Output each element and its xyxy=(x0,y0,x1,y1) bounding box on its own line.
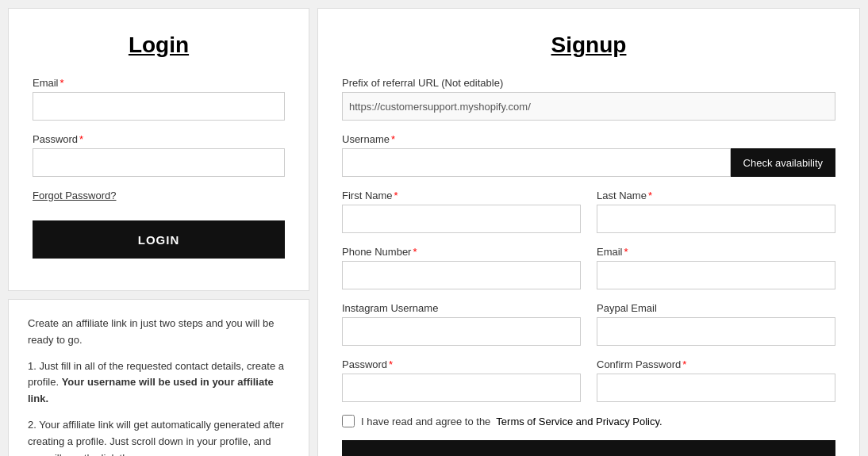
email-required: * xyxy=(60,77,64,89)
signup-password-label: Password* xyxy=(342,358,581,370)
email-label: Email* xyxy=(33,77,285,89)
phone-group: Phone Number* xyxy=(342,246,581,289)
page-wrapper: Login Email* Password* Forgot Password? … xyxy=(0,0,868,456)
username-group: Username* Check availability xyxy=(342,133,835,177)
tos-link[interactable]: Terms of Service and Privacy Policy. xyxy=(496,416,662,427)
instagram-input[interactable] xyxy=(342,317,581,346)
signup-password-required: * xyxy=(389,358,393,370)
prefix-url-label: Prefix of referral URL (Not editable) xyxy=(342,77,835,89)
confirm-password-input[interactable] xyxy=(597,374,835,402)
last-name-group: Last Name* xyxy=(597,190,835,233)
last-name-input[interactable] xyxy=(597,205,835,233)
password-label: Password* xyxy=(33,133,285,145)
login-title: Login xyxy=(33,33,285,58)
phone-required: * xyxy=(413,246,417,258)
email-signup-label: Email* xyxy=(597,246,835,258)
username-label: Username* xyxy=(342,133,835,145)
email-group: Email* xyxy=(33,77,285,121)
first-name-input[interactable] xyxy=(342,205,581,233)
login-box: Login Email* Password* Forgot Password? … xyxy=(8,8,309,291)
prefix-url-value: https://customersupport.myshopify.com/ xyxy=(342,92,835,121)
email-signup-group: Email* xyxy=(597,246,835,289)
instagram-group: Instagram Username xyxy=(342,302,581,346)
info-paragraph-3: 2. Your affiliate link will get automati… xyxy=(28,417,290,456)
passwords-row: Password* Confirm Password* xyxy=(342,358,835,415)
email-signup-input[interactable] xyxy=(597,261,835,289)
tos-text: I have read and agree to the Terms of Se… xyxy=(361,416,663,427)
last-name-required: * xyxy=(648,190,652,201)
info-paragraph-2: 1. Just fill in all of the requested con… xyxy=(28,358,290,408)
signup-password-input[interactable] xyxy=(342,374,581,402)
confirm-password-required: * xyxy=(682,358,686,370)
email-signup-required: * xyxy=(624,246,628,258)
password-required: * xyxy=(79,133,83,145)
signup-password-group: Password* xyxy=(342,358,581,402)
username-input[interactable] xyxy=(342,148,731,177)
instagram-label: Instagram Username xyxy=(342,302,581,314)
first-name-required: * xyxy=(394,190,398,201)
password-input[interactable] xyxy=(33,148,285,177)
tos-row: I have read and agree to the Terms of Se… xyxy=(342,415,835,427)
username-row: Check availability xyxy=(342,148,835,177)
username-required: * xyxy=(391,133,395,145)
last-name-label: Last Name* xyxy=(597,190,835,201)
prefix-url-group: Prefix of referral URL (Not editable) ht… xyxy=(342,77,835,121)
name-row: First Name* Last Name* xyxy=(342,190,835,246)
first-name-group: First Name* xyxy=(342,190,581,233)
left-panel: Login Email* Password* Forgot Password? … xyxy=(8,8,309,456)
paypal-input[interactable] xyxy=(597,317,835,346)
forgot-password-link[interactable]: Forgot Password? xyxy=(33,190,285,201)
login-button[interactable]: LOGIN xyxy=(33,220,285,259)
first-name-label: First Name* xyxy=(342,190,581,201)
instagram-paypal-row: Instagram Username Paypal Email xyxy=(342,302,835,358)
password-group: Password* xyxy=(33,133,285,177)
email-input[interactable] xyxy=(33,92,285,121)
paypal-group: Paypal Email xyxy=(597,302,835,346)
phone-input[interactable] xyxy=(342,261,581,289)
signup-button[interactable]: SIGN UP xyxy=(342,440,835,456)
signup-panel: Signup Prefix of referral URL (Not edita… xyxy=(317,8,860,456)
info-box: Create an affiliate link in just two ste… xyxy=(8,299,309,456)
confirm-password-label: Confirm Password* xyxy=(597,358,835,370)
phone-label: Phone Number* xyxy=(342,246,581,258)
username-input-wrapper xyxy=(342,148,731,177)
signup-title: Signup xyxy=(342,33,835,58)
paypal-label: Paypal Email xyxy=(597,302,835,314)
info-paragraph-1: Create an affiliate link in just two ste… xyxy=(28,316,290,349)
confirm-password-group: Confirm Password* xyxy=(597,358,835,402)
phone-email-row: Phone Number* Email* xyxy=(342,246,835,302)
tos-checkbox[interactable] xyxy=(342,415,355,427)
check-availability-button[interactable]: Check availability xyxy=(731,148,835,177)
